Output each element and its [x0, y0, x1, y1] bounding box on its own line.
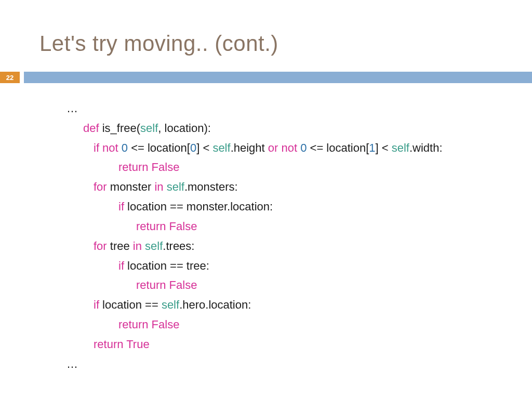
code-line: def is_free(self, location): [66, 118, 443, 138]
keyword-if: if [94, 141, 99, 154]
code-text: .monsters: [184, 180, 238, 193]
code-line: return False [66, 275, 443, 295]
slide-title: Let's try moving.. (cont.) [39, 31, 278, 56]
code-text: monster [107, 180, 155, 193]
keyword-return: return [136, 278, 166, 291]
code-text: tree [107, 240, 133, 252]
keyword-if: if [94, 298, 99, 311]
keyword-return: return [118, 161, 148, 174]
bool-literal: False [166, 220, 197, 233]
code-line: return False [66, 315, 443, 335]
code-text: .hero.location: [179, 298, 251, 311]
self-keyword: self [392, 141, 409, 154]
code-text: <= location[ [307, 141, 369, 154]
code-line: return False [66, 157, 443, 177]
self-keyword: self [145, 240, 163, 252]
keyword-for: for [94, 240, 107, 252]
code-text: <= location[ [128, 141, 190, 154]
keyword-def: def [83, 122, 99, 135]
num-literal: 0 [122, 141, 128, 154]
code-text: .width: [409, 141, 443, 154]
bool-literal: False [166, 278, 197, 291]
code-text: location == [99, 298, 162, 311]
code-line: for tree in self.trees: [66, 236, 443, 256]
code-line: return True [66, 335, 443, 354]
code-text: ] < [376, 141, 392, 154]
code-text: location == monster.location: [124, 200, 273, 213]
keyword-in: in [133, 240, 145, 252]
slide: Let's try moving.. (cont.) 22 … def is_f… [0, 0, 532, 399]
code-text: is_free( [99, 122, 140, 135]
code-line: return False [66, 217, 443, 236]
accent-stripe: 22 [0, 72, 532, 83]
num-literal: 0 [300, 141, 307, 154]
bool-literal: True [123, 338, 149, 351]
keyword-return: return [118, 318, 148, 331]
num-literal: 1 [369, 141, 375, 154]
code-block: … def is_free(self, location): if not 0 … [66, 99, 443, 374]
code-line: if location == tree: [66, 256, 443, 276]
code-text: ] < [196, 141, 212, 154]
self-keyword: self [212, 141, 230, 154]
page-number-badge: 22 [0, 72, 20, 83]
keyword-for: for [94, 180, 107, 193]
code-text: location == tree: [124, 259, 209, 272]
code-line: if location == monster.location: [66, 197, 443, 217]
code-text: .height [231, 141, 268, 154]
stripe-bar [24, 72, 532, 83]
stripe-gap [20, 72, 24, 83]
code-line: … [66, 354, 443, 374]
bool-literal: False [148, 161, 179, 174]
keyword-not: not [278, 141, 300, 154]
self-keyword: self [162, 298, 179, 311]
keyword-if: if [118, 200, 124, 213]
num-literal: 0 [190, 141, 196, 154]
code-text: .trees: [163, 240, 194, 252]
keyword-if: if [118, 259, 124, 272]
keyword-return: return [136, 220, 166, 233]
keyword-return: return [94, 338, 123, 351]
self-keyword: self [167, 180, 184, 193]
keyword-or: or [268, 141, 278, 154]
keyword-not: not [99, 141, 122, 154]
self-keyword: self [140, 122, 158, 135]
code-line: for monster in self.monsters: [66, 177, 443, 197]
code-line: if location == self.hero.location: [66, 295, 443, 315]
code-line: if not 0 <= location[0] < self.height or… [66, 138, 443, 158]
code-text: , location): [158, 122, 211, 135]
bool-literal: False [148, 318, 179, 331]
keyword-in: in [154, 180, 166, 193]
code-line: … [66, 99, 443, 118]
